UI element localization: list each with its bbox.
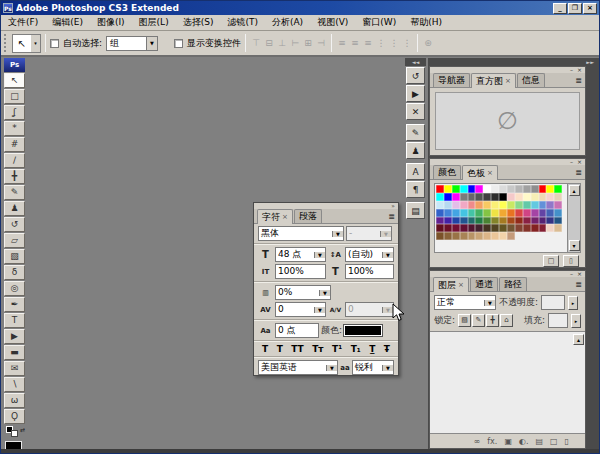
new-group-button[interactable]: ▤ — [535, 437, 543, 446]
align-top-edges-icon[interactable]: ⊤ — [250, 38, 262, 48]
layers-list[interactable]: ▴ — [430, 331, 585, 434]
color-swatch[interactable] — [523, 185, 531, 193]
gradient-tool[interactable]: ▧ — [4, 249, 25, 264]
color-swatch[interactable] — [499, 193, 507, 201]
magic-wand-tool[interactable]: * — [4, 121, 25, 136]
swap-colors-icon[interactable]: ⇄ — [20, 426, 25, 433]
color-swatch[interactable] — [499, 217, 507, 225]
menu-item[interactable]: 滤镜(T) — [220, 15, 265, 30]
strip-collapse-icon[interactable]: ◄◄ — [405, 58, 426, 66]
paragraph-panel-icon[interactable]: ¶ — [406, 181, 425, 198]
new-layer-button[interactable]: □ — [550, 437, 558, 446]
scroll-up-icon[interactable]: ▴ — [573, 334, 584, 345]
color-swatch[interactable] — [452, 201, 460, 209]
color-swatch[interactable] — [515, 217, 523, 225]
color-swatch[interactable] — [507, 209, 515, 217]
color-swatch[interactable] — [452, 217, 460, 225]
crop-tool[interactable]: # — [4, 137, 25, 152]
menu-item[interactable]: 窗口(W) — [355, 15, 403, 30]
color-swatch[interactable] — [507, 224, 515, 232]
pen-tool[interactable]: ✒ — [4, 297, 25, 312]
color-swatch[interactable] — [468, 232, 476, 240]
adjustment-layer-button[interactable]: ◐. — [519, 437, 529, 446]
color-swatch[interactable] — [546, 201, 554, 209]
color-swatch[interactable] — [483, 185, 491, 193]
color-swatch[interactable] — [475, 217, 483, 225]
color-swatch[interactable] — [460, 201, 468, 209]
color-swatch[interactable] — [546, 209, 554, 217]
color-swatch[interactable] — [468, 224, 476, 232]
color-swatch[interactable] — [491, 185, 499, 193]
close-button[interactable]: × — [583, 3, 597, 14]
color-swatch[interactable] — [444, 193, 452, 201]
delete-layer-button[interactable]: ▯ — [565, 437, 569, 446]
history-panel-icon[interactable]: ↺ — [406, 67, 425, 84]
underline-button[interactable]: T̲ — [369, 344, 375, 354]
tab-layers[interactable]: 图层 × — [433, 277, 469, 292]
fill-spinner-icon[interactable]: ▸ — [571, 314, 581, 328]
color-swatch[interactable] — [523, 201, 531, 209]
history-brush-tool[interactable]: ↺ — [4, 217, 25, 232]
tab-close-icon[interactable]: × — [282, 213, 288, 221]
color-swatch[interactable] — [554, 217, 562, 225]
color-swatch[interactable] — [475, 224, 483, 232]
tab-histogram[interactable]: 直方图 × — [471, 73, 516, 88]
color-swatch[interactable] — [444, 224, 452, 232]
zoom-tool[interactable]: Ϙ — [4, 409, 25, 424]
opacity-spinner-icon[interactable]: ▸ — [568, 296, 578, 310]
color-swatch[interactable] — [460, 232, 468, 240]
color-swatch[interactable] — [475, 232, 483, 240]
color-swatch[interactable] — [539, 193, 547, 201]
color-swatch[interactable] — [483, 224, 491, 232]
clone-stamp-tool[interactable]: ♟ — [4, 201, 25, 216]
distribute-vertical-centers-icon[interactable]: ≡ — [349, 38, 361, 48]
color-swatch[interactable] — [491, 232, 499, 240]
font-size-select[interactable]: 48 点 ▼ — [275, 247, 326, 262]
color-swatch[interactable] — [554, 185, 562, 193]
align-right-edges-icon[interactable]: ⊣ — [315, 38, 327, 48]
tab-channels[interactable]: 通道 — [470, 277, 498, 291]
color-swatch[interactable] — [452, 209, 460, 217]
align-horizontal-centers-icon[interactable]: ⊞ — [302, 38, 314, 48]
color-swatch[interactable] — [554, 209, 562, 217]
auto-select-dropdown[interactable]: 组 ▼ — [106, 36, 158, 51]
scroll-down-icon[interactable]: ▾ — [569, 240, 580, 251]
menu-item[interactable]: 分析(A) — [265, 15, 310, 30]
baseline-shift-input[interactable]: 0 点 — [275, 323, 319, 338]
color-swatch[interactable] — [468, 193, 476, 201]
color-swatch[interactable] — [452, 193, 460, 201]
color-swatch[interactable] — [436, 209, 444, 217]
color-swatch[interactable] — [483, 209, 491, 217]
panel-menu-icon[interactable]: ≣ — [575, 76, 582, 85]
color-swatch[interactable] — [531, 201, 539, 209]
color-swatch[interactable] — [531, 193, 539, 201]
font-family-select[interactable]: 黑体 ▼ — [258, 226, 344, 241]
delete-swatch-button[interactable]: ▯ — [563, 255, 579, 267]
actions-panel-icon[interactable]: ▶ — [406, 85, 425, 102]
color-swatch[interactable] — [499, 232, 507, 240]
strikethrough-button[interactable]: Ŧ — [384, 344, 390, 354]
color-swatch[interactable] — [515, 224, 523, 232]
menu-item[interactable]: 编辑(E) — [45, 15, 90, 30]
fill-input[interactable] — [548, 313, 568, 328]
superscript-button[interactable]: T¹ — [332, 344, 342, 354]
color-swatch[interactable] — [491, 209, 499, 217]
menu-item[interactable]: 文件(F) — [1, 15, 45, 30]
blend-mode-select[interactable]: 正常 ▼ — [434, 295, 496, 310]
panel-menu-icon[interactable]: ≣ — [575, 168, 582, 177]
distribute-horizontal-centers-icon[interactable]: ⋮ — [388, 38, 400, 48]
swatches-scrollbar[interactable]: ▴ ▾ — [567, 184, 580, 252]
proportional-spacing-select[interactable]: 0% ▼ — [275, 285, 331, 300]
align-vertical-centers-icon[interactable]: ⊟ — [263, 38, 275, 48]
color-swatch[interactable] — [444, 217, 452, 225]
color-swatch[interactable] — [539, 185, 547, 193]
tab-paragraph[interactable]: 段落 — [294, 209, 322, 223]
panel-close-button[interactable]: × — [577, 67, 582, 73]
type-tool[interactable]: T — [4, 313, 25, 328]
panel-collapse-icon[interactable]: » — [391, 202, 395, 209]
color-swatch[interactable] — [499, 201, 507, 209]
tab-paths[interactable]: 路径 — [499, 277, 527, 291]
color-swatch[interactable] — [491, 201, 499, 209]
color-swatch[interactable] — [444, 232, 452, 240]
add-layer-mask-button[interactable]: ▣ — [504, 437, 512, 446]
